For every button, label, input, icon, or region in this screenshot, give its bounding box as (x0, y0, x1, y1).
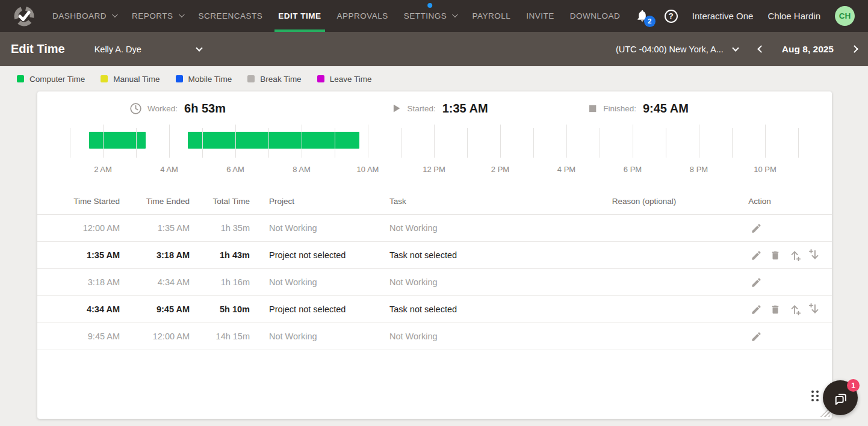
edit-icon[interactable] (749, 303, 763, 316)
cell-project: Project not selected (269, 296, 386, 323)
delete-icon[interactable] (769, 248, 782, 262)
time-segment-bar-computer-time (89, 132, 146, 149)
cell-time-ended: 12:00 AM (122, 323, 190, 350)
cell-time-started: 9:45 AM (37, 323, 120, 350)
clock-icon (129, 102, 142, 115)
table-header: Time Started Time Ended Total Time Proje… (37, 188, 832, 215)
nav-item-label: INVITE (526, 11, 554, 20)
cell-total-time: 1h 43m (190, 242, 250, 269)
legend-swatch-icon (17, 75, 24, 82)
hour-tick (302, 125, 302, 158)
avatar[interactable]: CH (835, 6, 855, 26)
edit-icon[interactable] (749, 276, 763, 289)
add-above-icon[interactable] (789, 303, 802, 316)
cell-task: Not Working (389, 323, 558, 350)
hour-tick (103, 125, 104, 158)
chevron-down-icon (112, 11, 118, 17)
sub-header-right: (UTC -04:00) New York, A... Aug 8, 2025 (616, 44, 857, 55)
cell-total-time: 5h 10m (190, 296, 250, 323)
timezone-select[interactable]: (UTC -04:00) New York, A... (616, 45, 738, 54)
col-header-total-time: Total Time (190, 188, 250, 215)
next-day-button[interactable] (851, 45, 858, 53)
add-above-icon[interactable] (789, 248, 802, 262)
notification-dot (427, 3, 432, 8)
legend-item-break-time: Break Time (247, 75, 301, 84)
hour-tick (533, 128, 534, 158)
table-row: 4:34 AM9:45 AM5h 10mProject not selected… (37, 296, 832, 323)
nav-item-invite[interactable]: INVITE (518, 0, 562, 32)
cell-task: Not Working (389, 269, 558, 296)
nav-item-reports[interactable]: REPORTS (124, 0, 191, 32)
legend-swatch-icon (101, 75, 108, 82)
cell-time-started: 3:18 AM (37, 269, 120, 296)
timezone-select-value: (UTC -04:00) New York, A... (616, 45, 724, 54)
cell-task: Not Working (389, 215, 558, 242)
cell-time-ended: 9:45 AM (122, 296, 190, 323)
nav-item-screencasts[interactable]: SCREENCASTS (191, 0, 271, 32)
cell-time-ended: 1:35 AM (122, 215, 190, 242)
delete-icon[interactable] (769, 303, 782, 316)
nav-item-dashboard[interactable]: DASHBOARD (45, 0, 124, 32)
hour-tick (699, 125, 699, 158)
cell-project: Not Working (269, 269, 386, 296)
col-header-action: Action (724, 188, 796, 215)
notifications-bell-icon[interactable]: 2 (636, 8, 650, 24)
nav-item-label: DOWNLOAD (570, 11, 621, 20)
hour-tick (368, 125, 368, 158)
app-logo-icon[interactable] (12, 4, 36, 28)
cell-project: Not Working (269, 215, 386, 242)
axis-label: 2 AM (94, 165, 112, 174)
hour-tick (268, 128, 269, 158)
nav-item-approvals[interactable]: APPROVALS (329, 0, 396, 32)
cell-task: Task not selected (389, 242, 558, 269)
nav-item-settings[interactable]: SETTINGS (396, 0, 465, 32)
table-row: 9:45 AM12:00 AM14h 15mNot WorkingNot Wor… (37, 323, 832, 350)
chat-bubbles-icon (832, 390, 849, 406)
previous-day-button[interactable] (757, 45, 765, 53)
started-value: 1:35 AM (442, 102, 488, 116)
legend-label: Leave Time (330, 75, 372, 84)
col-header-time-started: Time Started (37, 188, 120, 215)
person-select-value: Kelly A. Dye (95, 45, 141, 54)
started-summary: Started: 1:35 AM (391, 99, 488, 117)
col-header-reason: Reason (optional) (579, 188, 709, 215)
hour-tick (500, 125, 501, 158)
axis-label: 10 AM (357, 165, 379, 174)
nav-item-label: DASHBOARD (52, 11, 107, 20)
worked-summary: Worked: 6h 53m (129, 99, 226, 117)
axis-label: 10 PM (754, 165, 777, 174)
chevron-down-icon (196, 45, 202, 51)
legend-label: Manual Time (113, 75, 160, 84)
axis-label: 2 PM (491, 165, 509, 174)
drag-handle-icon[interactable] (810, 389, 820, 403)
add-below-icon[interactable] (808, 248, 821, 262)
hour-tick (70, 128, 70, 158)
edit-icon[interactable] (749, 248, 763, 262)
user-name[interactable]: Chloe Hardin (767, 11, 820, 21)
nav-item-label: EDIT TIME (278, 11, 321, 20)
nav-item-download[interactable]: DOWNLOAD (562, 0, 628, 32)
nav-item-label: SCREENCASTS (199, 11, 263, 20)
chat-badge: 1 (847, 379, 860, 392)
hour-tick (235, 125, 236, 158)
edit-icon[interactable] (749, 221, 763, 235)
chat-button[interactable]: 1 (823, 380, 858, 415)
worked-value: 6h 53m (184, 102, 226, 116)
legend-label: Mobile Time (188, 75, 232, 84)
axis-label: 4 AM (160, 165, 178, 174)
add-below-icon[interactable] (808, 303, 821, 316)
cell-time-ended: 3:18 AM (122, 242, 190, 269)
nav-item-payroll[interactable]: PAYROLL (464, 0, 518, 32)
legend-item-mobile-time: Mobile Time (176, 75, 232, 84)
edit-icon[interactable] (749, 330, 763, 343)
nav-item-label: SETTINGS (404, 11, 447, 20)
worked-label: Worked: (147, 104, 178, 113)
help-icon[interactable]: ? (665, 10, 678, 23)
chevron-down-icon (452, 11, 458, 17)
nav-item-edit-time[interactable]: EDIT TIME (270, 0, 329, 32)
table-row: 12:00 AM1:35 AM1h 35mNot WorkingNot Work… (37, 215, 832, 242)
finished-summary: Finished: 9:45 AM (587, 99, 689, 117)
hour-tick (169, 125, 170, 158)
person-select[interactable]: Kelly A. Dye (95, 45, 202, 54)
cell-task: Task not selected (389, 296, 558, 323)
